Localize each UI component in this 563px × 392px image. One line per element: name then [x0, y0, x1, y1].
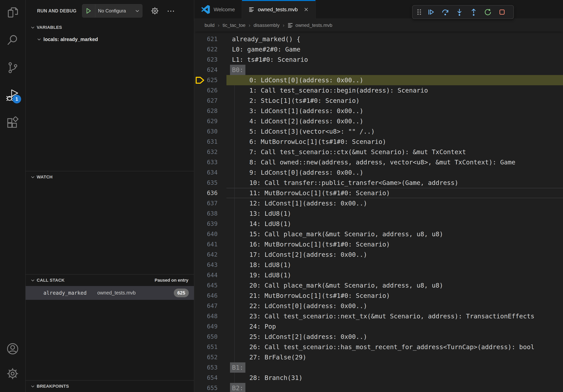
line-gutter[interactable]: 646 — [194, 290, 227, 301]
line-content[interactable]: 20: Call place_mark(&mut Scenario, addre… — [227, 280, 563, 290]
line-gutter[interactable]: 631 — [194, 137, 227, 147]
line-gutter[interactable]: 644 — [194, 270, 227, 280]
line-gutter[interactable]: 654 — [194, 373, 227, 383]
line-content[interactable]: B0: — [227, 65, 563, 75]
line-gutter[interactable]: 640 — [194, 229, 227, 239]
code-line[interactable]: 6272: StLoc[1](ts#1#0: Scenario) — [194, 95, 563, 106]
line-content[interactable]: 15: Call place_mark(&mut Scenario, addre… — [227, 229, 563, 239]
line-content[interactable]: L0: game#2#0: Game — [227, 44, 563, 54]
tab-welcome[interactable]: Welcome — [194, 0, 242, 19]
line-gutter[interactable]: 641 — [194, 239, 227, 249]
code-line[interactable]: 64015: Call place_mark(&mut Scenario, ad… — [194, 229, 563, 239]
line-content[interactable]: 19: LdU8(1) — [227, 270, 563, 280]
line-gutter[interactable]: 628 — [194, 106, 227, 116]
extensions-icon[interactable] — [6, 117, 19, 130]
line-gutter[interactable]: 630 — [194, 126, 227, 137]
step-out-button[interactable] — [469, 8, 478, 16]
code-line[interactable]: 653B1: — [194, 362, 563, 373]
more-actions-icon[interactable]: ⋯ — [167, 9, 175, 13]
code-line[interactable]: 6316: MutBorrowLoc[1](ts#1#0: Scenario) — [194, 137, 563, 147]
line-gutter[interactable]: 636 — [194, 188, 227, 198]
line-gutter[interactable]: 653 — [194, 362, 227, 373]
code-line[interactable]: 63712: LdConst[1](address: 0x00..) — [194, 198, 563, 209]
line-content[interactable]: 27: BrFalse(29) — [227, 352, 563, 362]
line-gutter[interactable]: 633 — [194, 157, 227, 167]
line-content[interactable]: 1: Call test_scenario::begin(address): S… — [227, 85, 563, 95]
line-gutter[interactable]: 655 — [194, 383, 227, 392]
code-line[interactable]: 622L0: game#2#0: Game — [194, 44, 563, 54]
line-gutter[interactable]: 652 — [194, 352, 227, 362]
line-content[interactable]: L1: ts#1#0: Scenario — [227, 54, 563, 65]
line-gutter[interactable]: 635 — [194, 178, 227, 188]
line-content[interactable]: 3: LdConst[1](address: 0x00..) — [227, 106, 563, 116]
code-line[interactable]: 63510: Call transfer::public_transfer<Ga… — [194, 178, 563, 188]
line-gutter[interactable]: 645 — [194, 280, 227, 290]
code-line[interactable]: 64419: LdU8(1) — [194, 270, 563, 280]
line-gutter[interactable]: 632 — [194, 147, 227, 157]
line-gutter[interactable]: 650 — [194, 332, 227, 342]
code-line[interactable]: 623L1: ts#1#0: Scenario — [194, 54, 563, 65]
line-content[interactable]: already_marked() { — [227, 34, 563, 44]
restart-button[interactable] — [484, 8, 492, 16]
line-gutter[interactable]: 642 — [194, 249, 227, 260]
code-line[interactable]: 65227: BrFalse(29) — [194, 352, 563, 362]
breakpoints-section-header[interactable]: BREAKPOINTS — [26, 380, 194, 392]
line-content[interactable]: 24: Pop — [227, 321, 563, 332]
line-content[interactable]: B1: — [227, 362, 563, 373]
line-content[interactable]: 11: MutBorrowLoc[1](ts#1#0: Scenario) — [227, 188, 563, 198]
line-gutter[interactable]: 626 — [194, 85, 227, 95]
line-content[interactable]: 28: Branch(31) — [227, 373, 563, 383]
code-line[interactable]: 64217: LdConst[2](address: 0x00..) — [194, 249, 563, 260]
line-content[interactable]: 25: LdConst[2](address: 0x00..) — [227, 332, 563, 342]
code-line[interactable]: 6294: LdConst[2](address: 0x00..) — [194, 116, 563, 126]
breadcrumb-item[interactable]: tic_tac_toe — [222, 23, 245, 28]
line-content[interactable]: 23: Call test_scenario::next_tx(&mut Sce… — [227, 311, 563, 321]
breadcrumb-item[interactable]: build — [205, 23, 215, 28]
stop-button[interactable] — [498, 8, 506, 16]
line-content[interactable]: 14: LdU8(1) — [227, 219, 563, 229]
close-icon[interactable] — [304, 7, 309, 12]
line-gutter[interactable]: 639 — [194, 219, 227, 229]
line-content[interactable]: 17: LdConst[2](address: 0x00..) — [227, 249, 563, 260]
search-icon[interactable] — [6, 34, 19, 47]
code-line[interactable]: 65025: LdConst[2](address: 0x00..) — [194, 332, 563, 342]
line-content[interactable]: 16: MutBorrowLoc[1](ts#1#0: Scenario) — [227, 239, 563, 249]
line-gutter[interactable]: 651 — [194, 342, 227, 352]
code-line[interactable]: 6327: Call test_scenario::ctx(&mut Scena… — [194, 147, 563, 157]
code-line[interactable]: 64318: LdU8(1) — [194, 260, 563, 270]
code-line[interactable]: 63813: LdU8(1) — [194, 209, 563, 219]
line-content[interactable]: 5: LdConst[3](vector<u8>: "" /..) — [227, 126, 563, 137]
code-line[interactable]: 64116: MutBorrowLoc[1](ts#1#0: Scenario) — [194, 239, 563, 249]
code-line[interactable]: 64520: Call place_mark(&mut Scenario, ad… — [194, 280, 563, 290]
line-content[interactable]: 13: LdU8(1) — [227, 209, 563, 219]
code-line[interactable]: 64924: Pop — [194, 321, 563, 332]
code-line[interactable]: 65126: Call test_scenario::has_most_rece… — [194, 342, 563, 352]
line-content[interactable]: 0: LdConst[0](address: 0x00..) — [227, 75, 563, 85]
step-into-button[interactable] — [455, 8, 464, 16]
debug-settings-gear-icon[interactable] — [150, 6, 159, 15]
line-gutter[interactable]: 637 — [194, 198, 227, 209]
code-line[interactable]: 64823: Call test_scenario::next_tx(&mut … — [194, 311, 563, 321]
line-gutter[interactable]: 624 — [194, 65, 227, 75]
launch-configuration-dropdown[interactable]: No Configura — [82, 4, 142, 18]
line-content[interactable]: 12: LdConst[1](address: 0x00..) — [227, 198, 563, 209]
code-line[interactable]: 63914: LdU8(1) — [194, 219, 563, 229]
locals-scope-row[interactable]: locals: already_marked — [26, 33, 194, 45]
line-gutter[interactable]: 649 — [194, 321, 227, 332]
variables-section-header[interactable]: VARIABLES — [26, 22, 194, 33]
line-content[interactable]: 26: Call test_scenario::has_most_recent_… — [227, 342, 563, 352]
settings-gear-icon[interactable] — [6, 367, 19, 380]
code-line[interactable]: 6283: LdConst[1](address: 0x00..) — [194, 106, 563, 116]
line-gutter[interactable]: 627 — [194, 95, 227, 106]
line-gutter[interactable]: 623 — [194, 54, 227, 65]
start-debugging-icon[interactable] — [82, 4, 95, 17]
line-gutter[interactable]: 625 — [194, 75, 227, 85]
line-gutter[interactable]: 622 — [194, 44, 227, 54]
breadcrumb-file[interactable]: owned_tests.mvb — [295, 23, 333, 28]
stack-frame-row[interactable]: already_marked owned_tests.mvb 625 — [26, 286, 194, 300]
line-content[interactable]: 6: MutBorrowLoc[1](ts#1#0: Scenario) — [227, 137, 563, 147]
line-content[interactable]: 22: LdConst[0](address: 0x00..) — [227, 301, 563, 311]
code-line[interactable]: 6349: LdConst[0](address: 0x00..) — [194, 167, 563, 178]
account-icon[interactable] — [6, 342, 19, 355]
code-line[interactable]: 6250: LdConst[0](address: 0x00..) — [194, 75, 563, 85]
